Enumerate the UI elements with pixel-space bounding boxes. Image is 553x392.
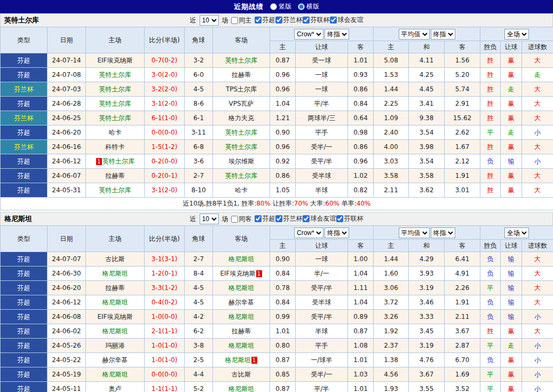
result-handicap: 输 (501, 252, 522, 266)
league-filter-option[interactable]: 球会友谊 (303, 214, 336, 223)
score-cell: 0-2(0-1) (145, 169, 185, 183)
result-outcome: 平 (480, 367, 501, 382)
corner-cell: 3-2 (185, 53, 213, 68)
sub-goals: 进球数 (522, 41, 553, 53)
home-team-cell: EIF埃克纳斯 (86, 53, 145, 68)
euro-odds-header: 平均值终指 (374, 27, 480, 41)
bookmaker-select[interactable]: Crow* (294, 29, 323, 40)
bookmaker-select[interactable]: Crow* (294, 228, 323, 238)
asian-home-odds: 0.84 (270, 266, 296, 281)
result-outcome: 胜 (480, 97, 501, 111)
league-filter-option[interactable]: 球会友谊 (330, 15, 364, 25)
league-filter-option[interactable]: 芬超 (255, 214, 275, 223)
date-cell: 24-07-03 (48, 82, 86, 97)
layout-horizontal-option[interactable]: 横版 (298, 2, 319, 11)
league-filter-option[interactable]: 芬兰杯 (275, 15, 303, 25)
away-team-cell: 哈卡 (213, 183, 270, 198)
corner-cell: 3-8 (185, 339, 213, 353)
summary-line: 近10场,胜8平1负1, 胜率:80% 让胜率:70% 大率:60% 单率:40… (1, 198, 553, 210)
final-odds-select-1[interactable]: 终指 (325, 228, 349, 238)
col-away: 客场 (213, 27, 270, 53)
euro-draw-odds: 4.11 (409, 53, 445, 68)
league-filter-checkbox[interactable] (303, 17, 310, 23)
date-cell: 24-05-26 (48, 339, 86, 353)
league-filter-checkbox[interactable] (255, 215, 262, 222)
league-cell: 芬超 (1, 310, 48, 324)
asian-handicap: 平/半 (296, 97, 348, 111)
sub-handicap-result: 让球 (501, 41, 522, 53)
final-odds-select-2[interactable]: 终指 (431, 228, 455, 238)
recent-count-select[interactable]: 10 (200, 15, 219, 26)
league-filter-option[interactable]: 芬超 (255, 15, 275, 25)
result-outcome: 负 (480, 353, 501, 367)
date-cell: 24-05-19 (48, 367, 86, 382)
result-header: 全场 (480, 226, 553, 240)
score-cell: 0-2(0-0) (145, 154, 185, 169)
league-filter-option[interactable]: 芬兰杯 (275, 214, 303, 223)
league-filter-label: 芬超 (263, 15, 275, 25)
league-filter-checkbox[interactable] (330, 17, 337, 23)
average-select[interactable]: 平均值 (399, 228, 430, 238)
home-team-cell: 拉赫蒂 (86, 169, 145, 183)
euro-home-odds: 3.26 (374, 310, 409, 324)
same-venue-checkbox[interactable] (231, 216, 238, 223)
team-label: 英特土尔库 (225, 129, 257, 136)
recent-count-select[interactable]: 10 (200, 214, 219, 224)
team-label: 古比斯 (232, 371, 251, 378)
league-filter-checkbox[interactable] (303, 215, 310, 222)
league-filter-checkbox[interactable] (275, 17, 282, 23)
corner-cell: 5-2 (185, 382, 213, 392)
final-odds-select-1[interactable]: 终指 (325, 29, 349, 40)
league-cell: 芬兰杯 (1, 111, 48, 126)
away-team-cell: 英特土尔库 (213, 169, 270, 183)
layout-vertical-radio[interactable] (270, 3, 277, 10)
league-filter-checkbox[interactable] (275, 215, 282, 222)
sub-away-odds: 客 (348, 41, 374, 53)
team-label: 格尼斯坦 (225, 356, 251, 364)
league-filter-checkbox[interactable] (336, 215, 343, 222)
sub-home-odds: 主 (270, 41, 296, 53)
league-filter-option[interactable]: 芬联杯 (303, 15, 330, 25)
asian-handicap: 受半球 (296, 295, 348, 310)
away-team-cell: 古比斯 (213, 367, 270, 382)
league-filter-option[interactable]: 芬联杯 (336, 214, 364, 223)
section-strip: 格尼斯坦 近 10 场 同客 芬超芬兰杯球会友谊芬联杯 (0, 212, 553, 225)
final-odds-select-2[interactable]: 终指 (431, 29, 455, 40)
result-outcome: 平 (480, 126, 501, 140)
score-cell: 1-0(0-0) (145, 310, 185, 324)
league-filter-checkbox[interactable] (255, 17, 262, 23)
layout-horizontal-radio[interactable] (298, 3, 305, 10)
home-team-cell: 格尼斯坦 (86, 266, 145, 281)
summary-text: 单率: (339, 200, 357, 207)
near-label: 近 (190, 16, 196, 25)
average-select[interactable]: 平均值 (399, 29, 430, 40)
scope-select[interactable]: 全场 (504, 228, 529, 238)
asian-handicap: 受半/一 (296, 367, 348, 382)
away-team-cell: VPS瓦萨 (213, 97, 270, 111)
summary-value: 70% (294, 200, 309, 207)
same-venue-option[interactable]: 同主 (231, 16, 252, 25)
match-row: 芬超24-07-08英特土尔库3-0(2-0)6-0拉赫蒂0.96一球0.931… (1, 68, 553, 82)
score-cell: 3-2(2-0) (145, 82, 185, 97)
asian-handicap: 受平/半 (296, 281, 348, 295)
home-team-cell: 科特卡 (86, 140, 145, 154)
scope-select[interactable]: 全场 (504, 29, 529, 40)
home-team-cell: 格尼斯坦 (86, 295, 145, 310)
layout-vertical-option[interactable]: 竖版 (270, 2, 291, 11)
asian-home-odds: 0.99 (270, 310, 296, 324)
date-cell: 24-06-12 (48, 295, 86, 310)
score-cell: 1-0(1-0) (145, 339, 185, 353)
euro-home-odds: 1.38 (374, 353, 409, 367)
home-team-cell: 拉赫蒂 (86, 281, 145, 295)
asian-handicap: 受平/半 (296, 154, 348, 169)
euro-draw-odds: 3.67 (409, 367, 445, 382)
same-venue-option[interactable]: 同客 (231, 215, 252, 224)
asian-home-odds: 0.96 (270, 82, 296, 97)
corner-cell: 4-5 (185, 82, 213, 97)
result-handicap: 赢 (501, 367, 522, 382)
corner-cell: 6-0 (185, 68, 213, 82)
team-label: 格尼斯坦 (228, 385, 254, 392)
same-venue-checkbox[interactable] (231, 17, 238, 24)
asian-home-odds: 0.96 (270, 68, 296, 82)
match-row: 芬超24-06-30格尼斯坦1-2(0-1)8-4EIF埃克纳斯10.84半/一… (1, 266, 553, 281)
